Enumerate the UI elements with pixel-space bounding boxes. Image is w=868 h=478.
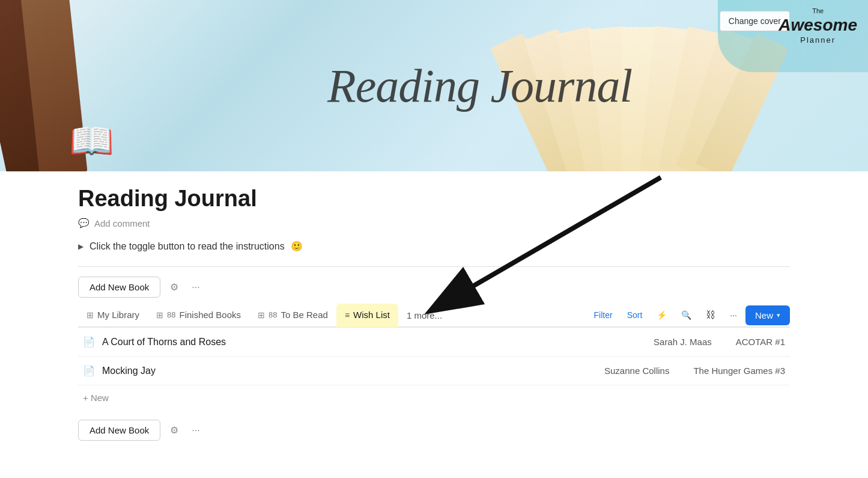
lightning-button[interactable]: ⚡ bbox=[651, 307, 673, 323]
divider bbox=[78, 266, 790, 267]
toggle-text: Click the toggle button to read the inst… bbox=[90, 241, 285, 252]
tab-finished-books-label: Finished Books bbox=[179, 310, 241, 320]
search-button[interactable]: 🔍 bbox=[675, 307, 697, 323]
tab-my-library-icon: ⊞ bbox=[86, 310, 94, 320]
book-meta-2: Suzanne Collins The Hunger Games #3 bbox=[604, 366, 785, 376]
book-row-1[interactable]: 📄 A Court of Thorns and Roses Sarah J. M… bbox=[78, 328, 790, 357]
bottom-toolbar: Add New Book ⚙ ··· bbox=[78, 420, 790, 441]
logo-planner: Planner bbox=[778, 35, 857, 45]
banner-book-icon: 📖 bbox=[69, 123, 117, 162]
book-series-2: The Hunger Games #3 bbox=[693, 366, 785, 376]
tab-my-library[interactable]: ⊞ My Library bbox=[78, 304, 148, 327]
tab-finished-books-count: 88 bbox=[167, 310, 175, 319]
link-icon: ⛓ bbox=[706, 310, 715, 320]
new-button[interactable]: New ▾ bbox=[745, 305, 790, 325]
toggle-instruction-row: ▶ Click the toggle button to read the in… bbox=[78, 238, 790, 254]
toggle-emoji: 🙂 bbox=[291, 241, 303, 252]
toggle-arrow-icon[interactable]: ▶ bbox=[78, 242, 83, 251]
tab-more-actions-button[interactable]: ··· bbox=[724, 307, 743, 323]
more-button-bottom[interactable]: ··· bbox=[188, 423, 203, 438]
book-row-2-icon: 📄 bbox=[83, 365, 95, 376]
tab-actions: Filter Sort ⚡ 🔍 ⛓ ··· New ▾ bbox=[588, 305, 791, 325]
new-button-label: New bbox=[755, 310, 773, 320]
tab-wish-list[interactable]: ≡ Wish List bbox=[336, 304, 398, 327]
add-new-book-button-bottom[interactable]: Add New Book bbox=[78, 420, 160, 441]
logo-the: The bbox=[778, 7, 857, 15]
tab-finished-books[interactable]: ⊞ 88 Finished Books bbox=[148, 304, 249, 327]
tab-to-be-read-icon: ⊞ bbox=[258, 310, 265, 320]
search-icon: 🔍 bbox=[681, 310, 691, 320]
add-comment-label: Add comment bbox=[94, 218, 150, 228]
book-row-1-icon: 📄 bbox=[83, 336, 95, 348]
tab-more-label: 1 more... bbox=[407, 310, 442, 320]
tab-more-actions-icon: ··· bbox=[730, 310, 737, 320]
comment-icon: 💬 bbox=[78, 218, 90, 228]
main-content: Reading Journal 💬 Add comment ▶ Click th… bbox=[0, 171, 868, 461]
add-comment-button[interactable]: 💬 Add comment bbox=[78, 218, 790, 228]
filter-button[interactable]: Filter bbox=[588, 307, 619, 323]
gear-button-bottom[interactable]: ⚙ bbox=[166, 422, 182, 438]
banner-handwritten-title: Reading Journal bbox=[327, 59, 632, 113]
book-author-2: Suzanne Collins bbox=[604, 366, 669, 376]
tabs-bar: ⊞ My Library ⊞ 88 Finished Books ⊞ 88 To… bbox=[78, 304, 790, 327]
awesome-planner-logo: The Awesome Planner bbox=[778, 7, 857, 44]
new-row-button[interactable]: + New bbox=[78, 385, 790, 410]
banner: 📖 Reading Journal Change cover The bbox=[0, 0, 868, 171]
tab-wish-list-label: Wish List bbox=[353, 310, 390, 320]
top-toolbar: Add New Book ⚙ ··· bbox=[78, 277, 790, 298]
tab-to-be-read[interactable]: ⊞ 88 To Be Read bbox=[249, 304, 336, 327]
book-title-2: Mocking Jay bbox=[102, 366, 604, 376]
tab-wish-list-icon: ≡ bbox=[345, 310, 350, 320]
book-meta-1: Sarah J. Maas ACOTAR #1 bbox=[654, 337, 785, 347]
book-title-1: A Court of Thorns and Roses bbox=[102, 337, 654, 348]
book-list: 📄 A Court of Thorns and Roses Sarah J. M… bbox=[78, 327, 790, 410]
tab-to-be-read-label: To Be Read bbox=[281, 310, 328, 320]
more-button-top[interactable]: ··· bbox=[188, 280, 203, 295]
book-author-1: Sarah J. Maas bbox=[654, 337, 712, 347]
logo-awesome: Awesome bbox=[778, 15, 857, 35]
add-new-book-button-top[interactable]: Add New Book bbox=[78, 277, 160, 298]
gear-button-top[interactable]: ⚙ bbox=[166, 279, 182, 295]
lightning-icon: ⚡ bbox=[657, 310, 667, 320]
sort-button[interactable]: Sort bbox=[621, 307, 649, 323]
tab-more[interactable]: 1 more... bbox=[398, 304, 451, 326]
book-row-2[interactable]: 📄 Mocking Jay Suzanne Collins The Hunger… bbox=[78, 357, 790, 385]
page-wrapper: 📖 Reading Journal Change cover The bbox=[0, 0, 868, 461]
book-series-1: ACOTAR #1 bbox=[736, 337, 785, 347]
page-title: Reading Journal bbox=[78, 186, 790, 212]
new-row-label: + New bbox=[83, 393, 109, 403]
tab-my-library-label: My Library bbox=[97, 310, 139, 320]
tab-to-be-read-count: 88 bbox=[269, 310, 277, 319]
new-button-chevron-icon: ▾ bbox=[777, 311, 780, 319]
link-button[interactable]: ⛓ bbox=[700, 306, 721, 324]
tab-finished-books-icon: ⊞ bbox=[156, 310, 163, 320]
